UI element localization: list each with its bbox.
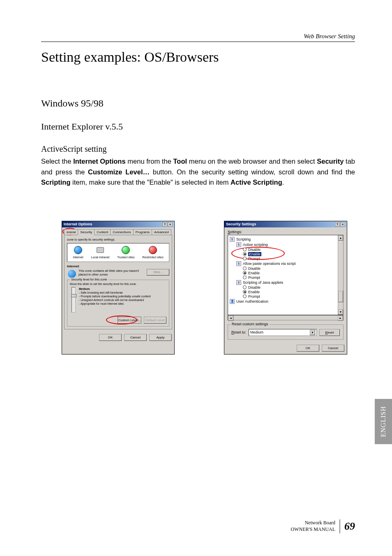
footer: Network Board OWNER'S MANUAL 69 <box>291 519 355 533</box>
tab-security[interactable]: Security <box>78 229 95 235</box>
group-title: Security level for this zone <box>70 278 108 281</box>
horizontal-scrollbar[interactable]: ◄ ► <box>228 315 344 320</box>
script-icon: § <box>230 237 235 242</box>
help-icon[interactable]: ? <box>162 222 167 227</box>
option-prompt: Prompt <box>248 257 260 261</box>
reset-to-label: Reset to: <box>231 330 246 334</box>
zone-internet[interactable]: Internet <box>73 246 83 259</box>
option-disable: Disable <box>248 266 261 271</box>
zone-name: Internet <box>67 264 169 268</box>
radio-disable[interactable] <box>243 285 247 289</box>
footer-line1: Network Board <box>291 520 336 526</box>
subtitle-browser: Internet Explorer v.5.5 <box>41 121 355 132</box>
slider-thumb[interactable] <box>71 294 76 297</box>
tree-java-applets: Scripting of Java applets <box>243 280 283 285</box>
computer-icon <box>97 247 104 253</box>
settings-tree[interactable]: §Scripting §Active scripting Disable Ena… <box>228 235 344 315</box>
scroll-thumb[interactable] <box>338 291 343 302</box>
tree-active-scripting: Active scripting <box>243 243 268 247</box>
check-icon <box>122 246 130 254</box>
help-icon[interactable]: ? <box>335 222 340 227</box>
reset-group: Reset custom settings Reset to: Medium ▼… <box>228 324 344 340</box>
scroll-up-icon[interactable]: ▲ <box>338 235 343 241</box>
script-icon: § <box>236 280 241 285</box>
ok-button[interactable]: OK <box>99 334 122 341</box>
vertical-scrollbar[interactable]: ▲ ▼ <box>338 235 343 315</box>
tab-programs[interactable]: Programs <box>133 229 152 235</box>
minus-icon <box>149 246 157 254</box>
user-icon: 👤 <box>230 299 235 304</box>
slider-hint: Move the slider to set the security leve… <box>70 283 166 285</box>
radio-disable[interactable] <box>243 248 247 251</box>
ok-button[interactable]: OK <box>297 345 319 352</box>
custom-level-button[interactable]: Custom Level... <box>118 317 141 324</box>
screenshots-row: Internet Options ? × eneral Security Con… <box>41 221 355 354</box>
reset-button[interactable]: Reset <box>319 329 340 336</box>
option-enable: Enable <box>248 290 260 294</box>
internet-options-dialog: Internet Options ? × eneral Security Con… <box>62 221 175 354</box>
page-number: 69 <box>344 520 355 533</box>
panel: zone to specify its security settings. I… <box>64 235 172 329</box>
radio-prompt[interactable] <box>243 294 247 298</box>
zone-hint: zone to specify its security settings. <box>67 238 169 241</box>
reset-combo[interactable]: Medium ▼ <box>249 329 317 336</box>
scroll-down-icon[interactable]: ▼ <box>338 309 343 315</box>
tree-user-auth: User Authentication <box>236 299 268 303</box>
page-title: Setting examples: OS/Browsers <box>41 49 355 65</box>
tab-general[interactable]: eneral <box>64 229 78 235</box>
dialog-title: Security Settings <box>226 222 256 226</box>
tab-content[interactable]: Content <box>94 229 111 235</box>
scroll-left-icon[interactable]: ◄ <box>228 315 233 321</box>
chevron-down-icon[interactable]: ▼ <box>310 330 315 335</box>
zone-trusted[interactable]: Trusted sites <box>117 246 135 259</box>
radio-enable[interactable] <box>243 290 247 294</box>
security-slider[interactable] <box>71 287 76 313</box>
script-icon: § <box>236 242 241 247</box>
tree-scripting: Scripting <box>236 237 251 241</box>
close-icon[interactable]: × <box>340 222 345 227</box>
tab-strip: eneral Security Content Connections Prog… <box>64 229 172 235</box>
reset-group-title: Reset custom settings <box>231 322 270 326</box>
radio-enable[interactable] <box>243 271 247 275</box>
scroll-right-icon[interactable]: ► <box>338 315 343 321</box>
option-disable: Disable <box>248 285 261 290</box>
tab-advanced[interactable]: Advanced <box>152 229 171 235</box>
radio-prompt[interactable] <box>243 257 247 260</box>
cancel-button[interactable]: Cancel <box>124 334 147 341</box>
radio-disable[interactable] <box>243 266 247 270</box>
footer-divider <box>339 519 340 533</box>
option-prompt: Prompt <box>248 276 260 280</box>
level-description: Medium - Safe browsing and still functio… <box>79 287 151 313</box>
cancel-button[interactable]: Cancel <box>322 345 344 352</box>
globe-icon <box>74 246 82 254</box>
security-settings-dialog: Security Settings ? × Settings: §Scripti… <box>224 221 347 354</box>
zone-intranet[interactable]: Local intranet <box>91 247 109 259</box>
zone-selector: Internet Local intranet Trusted sites Re… <box>67 243 169 262</box>
header-section: Web Browser Setting <box>41 33 355 42</box>
option-prompt: Prompt <box>248 294 260 299</box>
zone-description: This zone contains all Web sites you hav… <box>67 269 169 276</box>
footer-line2: OWNER'S MANUAL <box>291 526 336 533</box>
apply-button[interactable]: Apply <box>149 334 172 341</box>
script-icon: § <box>236 261 241 266</box>
dialog-title: Internet Options <box>64 222 92 226</box>
close-icon[interactable]: × <box>168 222 173 227</box>
subtitle-os: Windows 95/98 <box>41 98 355 109</box>
titlebar: Internet Options ? × <box>62 221 174 227</box>
security-level-group: Security level for this zone Move the sl… <box>67 280 169 327</box>
radio-prompt[interactable] <box>243 276 247 279</box>
body-paragraph: Select the Internet Options menu from th… <box>41 156 355 188</box>
option-enable: Enable <box>248 252 261 256</box>
language-tab: ENGLISH <box>375 399 392 444</box>
tab-connections[interactable]: Connections <box>110 229 133 235</box>
default-level-button[interactable]: Default Level <box>144 317 166 324</box>
titlebar: Security Settings ? × <box>224 221 347 227</box>
radio-enable[interactable] <box>243 252 247 256</box>
subtitle-setting: ActiveScript setting <box>41 144 355 154</box>
zone-restricted[interactable]: Restricted sites <box>142 246 163 259</box>
option-disable: Disable <box>248 248 261 252</box>
option-enable: Enable <box>248 271 260 275</box>
settings-label: Settings: <box>228 230 344 234</box>
tree-allow-paste: Allow paste operations via script <box>243 262 296 266</box>
